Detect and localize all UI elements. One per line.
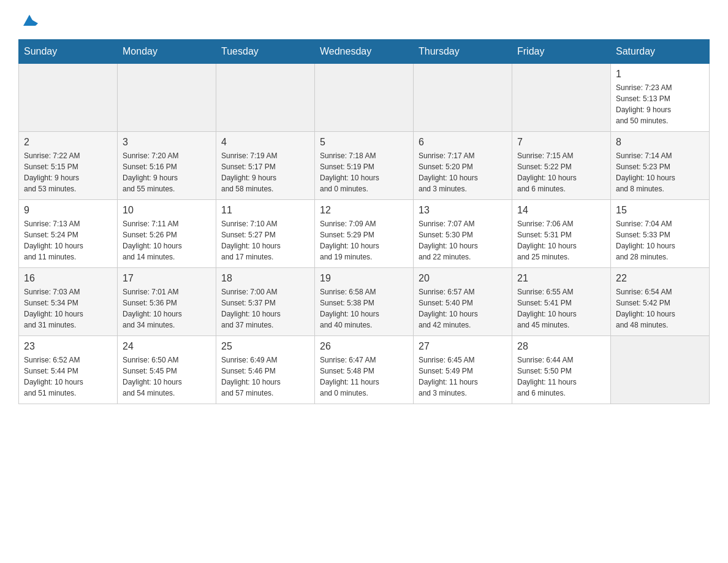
weekday-header-tuesday: Tuesday bbox=[216, 40, 315, 64]
day-info: Sunrise: 6:55 AM Sunset: 5:41 PM Dayligh… bbox=[517, 286, 605, 331]
day-number: 8 bbox=[616, 137, 704, 148]
day-info: Sunrise: 7:01 AM Sunset: 5:36 PM Dayligh… bbox=[123, 286, 211, 331]
logo bbox=[18, 12, 38, 27]
calendar-cell: 6Sunrise: 7:17 AM Sunset: 5:20 PM Daylig… bbox=[414, 132, 512, 200]
calendar-cell: 27Sunrise: 6:45 AM Sunset: 5:49 PM Dayli… bbox=[414, 336, 512, 404]
day-number: 17 bbox=[123, 273, 211, 284]
calendar-cell: 19Sunrise: 6:58 AM Sunset: 5:38 PM Dayli… bbox=[315, 268, 414, 336]
calendar-cell: 8Sunrise: 7:14 AM Sunset: 5:23 PM Daylig… bbox=[611, 132, 710, 200]
calendar-cell: 17Sunrise: 7:01 AM Sunset: 5:36 PM Dayli… bbox=[118, 268, 216, 336]
day-info: Sunrise: 7:09 AM Sunset: 5:29 PM Dayligh… bbox=[320, 218, 408, 262]
day-info: Sunrise: 6:57 AM Sunset: 5:40 PM Dayligh… bbox=[419, 286, 507, 331]
day-info: Sunrise: 6:44 AM Sunset: 5:50 PM Dayligh… bbox=[517, 354, 605, 399]
svg-marker-0 bbox=[23, 15, 36, 26]
weekday-header-saturday: Saturday bbox=[611, 40, 710, 64]
calendar-week-row: 9Sunrise: 7:13 AM Sunset: 5:24 PM Daylig… bbox=[19, 200, 710, 268]
day-number: 19 bbox=[320, 273, 408, 284]
day-number: 18 bbox=[221, 273, 309, 284]
day-number: 10 bbox=[123, 205, 211, 216]
logo-icon bbox=[21, 12, 38, 27]
day-number: 21 bbox=[517, 273, 605, 284]
day-info: Sunrise: 7:07 AM Sunset: 5:30 PM Dayligh… bbox=[419, 218, 507, 262]
calendar-cell: 23Sunrise: 6:52 AM Sunset: 5:44 PM Dayli… bbox=[19, 336, 118, 404]
day-number: 6 bbox=[419, 137, 507, 148]
calendar-cell: 24Sunrise: 6:50 AM Sunset: 5:45 PM Dayli… bbox=[118, 336, 216, 404]
day-info: Sunrise: 7:10 AM Sunset: 5:27 PM Dayligh… bbox=[221, 218, 309, 262]
calendar-cell: 4Sunrise: 7:19 AM Sunset: 5:17 PM Daylig… bbox=[216, 132, 315, 200]
calendar-cell: 18Sunrise: 7:00 AM Sunset: 5:37 PM Dayli… bbox=[216, 268, 315, 336]
calendar-cell bbox=[611, 336, 710, 404]
calendar-cell bbox=[315, 64, 414, 132]
day-number: 4 bbox=[221, 137, 309, 148]
calendar-cell: 1Sunrise: 7:23 AM Sunset: 5:13 PM Daylig… bbox=[611, 64, 710, 132]
calendar-week-row: 16Sunrise: 7:03 AM Sunset: 5:34 PM Dayli… bbox=[19, 268, 710, 336]
day-info: Sunrise: 7:14 AM Sunset: 5:23 PM Dayligh… bbox=[616, 150, 704, 194]
day-number: 22 bbox=[616, 273, 704, 284]
day-number: 20 bbox=[419, 273, 507, 284]
page-header bbox=[18, 12, 710, 27]
calendar-cell: 16Sunrise: 7:03 AM Sunset: 5:34 PM Dayli… bbox=[19, 268, 118, 336]
day-info: Sunrise: 7:17 AM Sunset: 5:20 PM Dayligh… bbox=[419, 150, 507, 194]
day-info: Sunrise: 7:11 AM Sunset: 5:26 PM Dayligh… bbox=[123, 218, 211, 262]
calendar-cell: 10Sunrise: 7:11 AM Sunset: 5:26 PM Dayli… bbox=[118, 200, 216, 268]
day-info: Sunrise: 7:06 AM Sunset: 5:31 PM Dayligh… bbox=[517, 218, 605, 262]
day-info: Sunrise: 6:49 AM Sunset: 5:46 PM Dayligh… bbox=[221, 354, 309, 399]
day-info: Sunrise: 6:47 AM Sunset: 5:48 PM Dayligh… bbox=[320, 354, 408, 399]
calendar-cell: 11Sunrise: 7:10 AM Sunset: 5:27 PM Dayli… bbox=[216, 200, 315, 268]
calendar-cell: 7Sunrise: 7:15 AM Sunset: 5:22 PM Daylig… bbox=[512, 132, 611, 200]
day-number: 3 bbox=[123, 137, 211, 148]
calendar-cell: 13Sunrise: 7:07 AM Sunset: 5:30 PM Dayli… bbox=[414, 200, 512, 268]
day-info: Sunrise: 7:19 AM Sunset: 5:17 PM Dayligh… bbox=[221, 150, 309, 194]
calendar-cell: 25Sunrise: 6:49 AM Sunset: 5:46 PM Dayli… bbox=[216, 336, 315, 404]
calendar-cell: 5Sunrise: 7:18 AM Sunset: 5:19 PM Daylig… bbox=[315, 132, 414, 200]
calendar-week-row: 23Sunrise: 6:52 AM Sunset: 5:44 PM Dayli… bbox=[19, 336, 710, 404]
weekday-header-thursday: Thursday bbox=[414, 40, 512, 64]
calendar-cell: 22Sunrise: 6:54 AM Sunset: 5:42 PM Dayli… bbox=[611, 268, 710, 336]
day-info: Sunrise: 7:03 AM Sunset: 5:34 PM Dayligh… bbox=[24, 286, 112, 331]
day-info: Sunrise: 7:22 AM Sunset: 5:15 PM Dayligh… bbox=[24, 150, 112, 194]
day-number: 23 bbox=[24, 341, 112, 352]
day-number: 16 bbox=[24, 273, 112, 284]
weekday-header-wednesday: Wednesday bbox=[315, 40, 414, 64]
calendar-cell bbox=[414, 64, 512, 132]
day-info: Sunrise: 6:45 AM Sunset: 5:49 PM Dayligh… bbox=[419, 354, 507, 399]
calendar-cell: 14Sunrise: 7:06 AM Sunset: 5:31 PM Dayli… bbox=[512, 200, 611, 268]
weekday-header-row: SundayMondayTuesdayWednesdayThursdayFrid… bbox=[19, 40, 710, 64]
calendar-cell: 28Sunrise: 6:44 AM Sunset: 5:50 PM Dayli… bbox=[512, 336, 611, 404]
day-number: 5 bbox=[320, 137, 408, 148]
day-number: 1 bbox=[616, 69, 704, 80]
day-number: 15 bbox=[616, 205, 704, 216]
calendar-cell: 9Sunrise: 7:13 AM Sunset: 5:24 PM Daylig… bbox=[19, 200, 118, 268]
day-number: 14 bbox=[517, 205, 605, 216]
day-number: 11 bbox=[221, 205, 309, 216]
day-number: 27 bbox=[419, 341, 507, 352]
day-info: Sunrise: 7:04 AM Sunset: 5:33 PM Dayligh… bbox=[616, 218, 704, 262]
calendar-week-row: 2Sunrise: 7:22 AM Sunset: 5:15 PM Daylig… bbox=[19, 132, 710, 200]
day-info: Sunrise: 6:52 AM Sunset: 5:44 PM Dayligh… bbox=[24, 354, 112, 399]
day-number: 2 bbox=[24, 137, 112, 148]
day-info: Sunrise: 6:58 AM Sunset: 5:38 PM Dayligh… bbox=[320, 286, 408, 331]
calendar-table: SundayMondayTuesdayWednesdayThursdayFrid… bbox=[18, 39, 710, 404]
day-info: Sunrise: 7:20 AM Sunset: 5:16 PM Dayligh… bbox=[123, 150, 211, 194]
day-number: 9 bbox=[24, 205, 112, 216]
calendar-cell bbox=[216, 64, 315, 132]
day-info: Sunrise: 6:50 AM Sunset: 5:45 PM Dayligh… bbox=[123, 354, 211, 399]
calendar-cell: 12Sunrise: 7:09 AM Sunset: 5:29 PM Dayli… bbox=[315, 200, 414, 268]
weekday-header-friday: Friday bbox=[512, 40, 611, 64]
calendar-cell: 15Sunrise: 7:04 AM Sunset: 5:33 PM Dayli… bbox=[611, 200, 710, 268]
day-info: Sunrise: 7:13 AM Sunset: 5:24 PM Dayligh… bbox=[24, 218, 112, 262]
day-info: Sunrise: 6:54 AM Sunset: 5:42 PM Dayligh… bbox=[616, 286, 704, 331]
calendar-cell bbox=[19, 64, 118, 132]
day-number: 24 bbox=[123, 341, 211, 352]
calendar-week-row: 1Sunrise: 7:23 AM Sunset: 5:13 PM Daylig… bbox=[19, 64, 710, 132]
day-info: Sunrise: 7:18 AM Sunset: 5:19 PM Dayligh… bbox=[320, 150, 408, 194]
day-number: 26 bbox=[320, 341, 408, 352]
weekday-header-sunday: Sunday bbox=[19, 40, 118, 64]
calendar-cell: 3Sunrise: 7:20 AM Sunset: 5:16 PM Daylig… bbox=[118, 132, 216, 200]
day-info: Sunrise: 7:15 AM Sunset: 5:22 PM Dayligh… bbox=[517, 150, 605, 194]
calendar-cell: 26Sunrise: 6:47 AM Sunset: 5:48 PM Dayli… bbox=[315, 336, 414, 404]
day-info: Sunrise: 7:00 AM Sunset: 5:37 PM Dayligh… bbox=[221, 286, 309, 331]
day-number: 12 bbox=[320, 205, 408, 216]
calendar-cell bbox=[512, 64, 611, 132]
day-number: 28 bbox=[517, 341, 605, 352]
